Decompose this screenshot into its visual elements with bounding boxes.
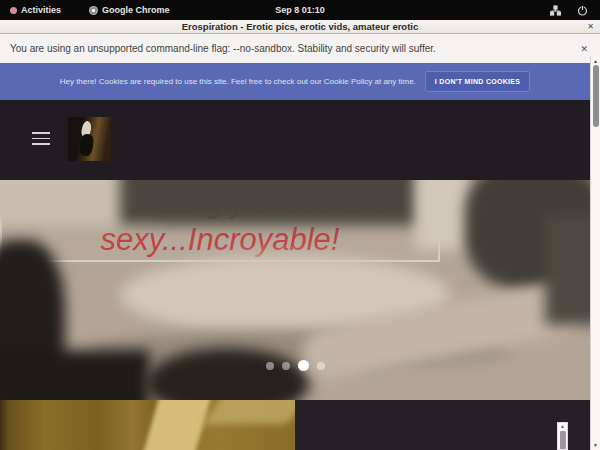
thumbnail-light-shape [140,400,212,450]
window-titlebar: Erospiration - Erotic pics, erotic vids,… [0,20,600,34]
carousel-dot-2[interactable] [282,362,290,370]
activities-button[interactable]: Activities [10,5,61,15]
logo-image-shape [79,133,95,157]
scrollbar-down-icon[interactable]: ▼ [591,442,600,448]
chrome-icon [89,6,98,15]
content-thumbnail-image[interactable] [0,400,295,450]
nested-scrollbar-up-icon[interactable]: ▲ [558,423,567,430]
site-logo[interactable] [68,117,111,161]
below-fold-section: ▲ [0,400,590,450]
cookie-message: Hey there! Cookies are required to use t… [60,77,416,86]
hero-carousel-slide: "So amazingly erotic and sexy...Incroyab… [0,180,590,400]
hamburger-menu-icon[interactable] [32,132,50,145]
cookie-banner: Hey there! Cookies are required to use t… [0,63,590,103]
carousel-dot-1[interactable] [266,362,274,370]
activities-label: Activities [21,5,61,15]
network-icon[interactable] [550,5,561,16]
window-title: Erospiration - Erotic pics, erotic vids,… [182,21,419,32]
carousel-dot-4[interactable] [317,362,325,370]
scrollbar-up-icon[interactable]: ▲ [591,58,600,64]
carousel-dots [0,360,590,371]
system-top-bar: Activities Google Chrome Sep 8 01:10 [0,0,600,20]
window-close-icon[interactable]: ✕ [587,22,594,31]
page-scrollbar[interactable]: ▲ ▼ [590,56,600,450]
nested-scrollbar[interactable]: ▲ [557,422,568,450]
activities-icon [10,7,17,14]
focused-app-label: Google Chrome [102,5,170,15]
infobar-close-icon[interactable]: ✕ [580,44,588,54]
scrollbar-thumb[interactable] [593,65,599,127]
accept-cookies-button[interactable]: I DON'T MIND COOKIES [425,71,530,92]
infobar-message: You are using an unsupported command-lin… [10,43,436,54]
carousel-dot-3[interactable] [298,360,309,371]
thumbnail-light-shape [203,400,295,424]
power-icon[interactable] [577,5,588,16]
chrome-infobar: You are using an unsupported command-lin… [0,34,600,63]
nested-scrollbar-thumb[interactable] [560,431,566,449]
focused-app-menu[interactable]: Google Chrome [89,5,170,15]
